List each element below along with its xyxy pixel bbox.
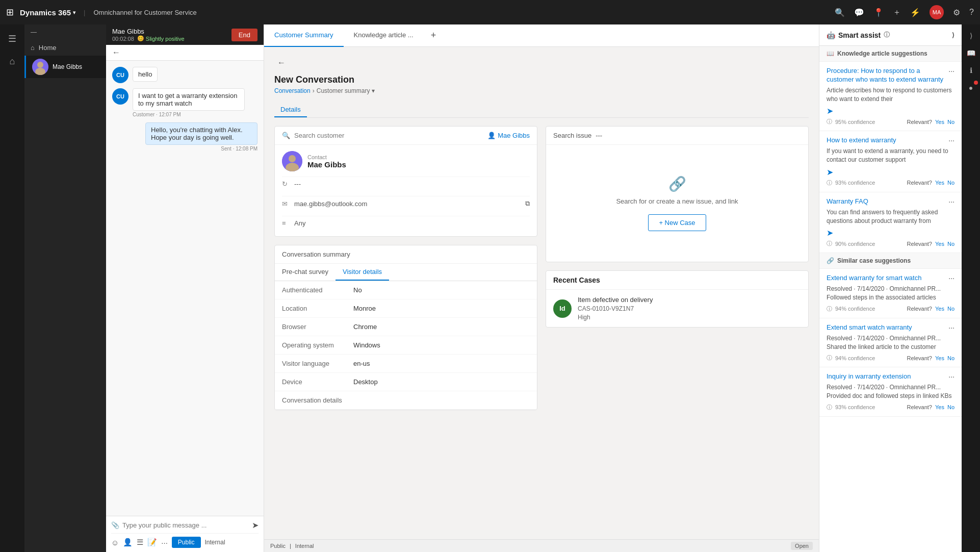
conversation-area: Mae Gibbs 00:02:08 😊 Slightly positive E… (106, 24, 264, 552)
content-back-button[interactable]: ← (274, 55, 289, 70)
smart-item-title-5[interactable]: Extend smart watch warranty (827, 323, 948, 332)
smart-item-menu-6[interactable]: ··· (948, 372, 955, 381)
app-grid-icon[interactable]: ⊞ (6, 7, 14, 18)
kb-section-label: Knowledge article suggestions (837, 50, 927, 57)
message-content-1: hello (133, 67, 158, 82)
smart-item-header-5: Extend smart watch warranty ··· (827, 323, 955, 332)
more-button[interactable]: ··· (161, 538, 168, 547)
list-button[interactable]: ☰ (137, 538, 143, 547)
smart-item-menu-1[interactable]: ··· (948, 67, 955, 75)
recent-cases-title: Recent Cases (546, 271, 808, 289)
visitor-details-tab[interactable]: Visitor details (336, 264, 389, 281)
notes-button[interactable]: 📝 (147, 538, 157, 547)
smart-item-title-2[interactable]: How to extend warranty (827, 136, 948, 145)
end-conversation-button[interactable]: End (231, 29, 257, 41)
pre-chat-tab[interactable]: Pre-chat survey (275, 264, 336, 281)
no-btn-2[interactable]: No (947, 180, 955, 186)
strip-icon-2[interactable]: ℹ (964, 63, 978, 78)
case-name-1: Item defective on delivery (578, 296, 653, 304)
strip-expand-icon[interactable]: ⟩ (964, 29, 978, 43)
chat-icon[interactable]: 💬 (854, 8, 864, 17)
no-btn-5[interactable]: No (947, 355, 955, 361)
no-btn-6[interactable]: No (947, 404, 955, 410)
home-icon: ⌂ (31, 44, 35, 52)
attachment-icon[interactable]: 📎 (111, 521, 119, 529)
smart-item-header-2: How to extend warranty ··· (827, 136, 955, 145)
conv-summary-title: Conversation summary (282, 250, 350, 258)
yes-btn-4[interactable]: Yes (935, 306, 944, 312)
chat-input[interactable] (122, 521, 249, 529)
smart-item-title-6[interactable]: Inquiry in warranty extension (827, 372, 948, 381)
minimize-icon[interactable]: — (31, 29, 37, 36)
new-case-button[interactable]: + New Case (648, 214, 706, 231)
expand-icon[interactable]: ⟩ (952, 31, 955, 39)
filter-icon[interactable]: ⚡ (910, 8, 920, 17)
info-icon[interactable]: ⓘ (884, 31, 890, 39)
knowledge-section-header: 📖 Knowledge article suggestions (819, 46, 962, 62)
yes-btn-1[interactable]: Yes (935, 119, 944, 125)
sidebar-menu-icon[interactable]: ☰ (2, 29, 22, 49)
smart-item-menu-3[interactable]: ··· (948, 197, 955, 206)
search-icon[interactable]: 🔍 (835, 8, 845, 17)
smart-item-title-1[interactable]: Procedure: How to respond to a customer … (827, 67, 948, 84)
kb-button[interactable]: 👤 (123, 538, 133, 547)
refresh-icon: ↻ (282, 180, 290, 188)
no-btn-3[interactable]: No (947, 241, 955, 247)
smart-item-footer-6: ⓘ 93% confidence Relevant? Yes No (827, 404, 955, 411)
breadcrumb-link[interactable]: Conversation (274, 87, 311, 94)
contact-detail-row-3: ≡ Any (282, 216, 530, 230)
search-customer-input[interactable] (294, 132, 483, 139)
no-btn-1[interactable]: No (947, 119, 955, 125)
message-row-1: CU hello (112, 67, 257, 83)
home-nav-item[interactable]: ⌂ Home (24, 40, 106, 56)
message-content-2: I want to get a warranty extension to my… (133, 88, 245, 117)
settings-icon[interactable]: ⚙ (953, 8, 960, 17)
chat-session-item[interactable]: Mae Gibbs (24, 56, 106, 78)
internal-button[interactable]: Internal (205, 539, 225, 546)
send-article-1[interactable]: ➤ (827, 106, 833, 116)
yes-btn-5[interactable]: Yes (935, 355, 944, 361)
smart-item-title-4[interactable]: Extend warranty for smart watch (827, 274, 948, 283)
yes-btn-6[interactable]: Yes (935, 404, 944, 410)
send-button[interactable]: ➤ (252, 520, 259, 530)
contact-detail-1: --- (294, 180, 530, 188)
location-icon[interactable]: 📍 (873, 8, 884, 17)
strip-icon-notification[interactable]: ● (964, 81, 978, 95)
back-button[interactable]: ← (112, 48, 120, 57)
smart-item-title-3[interactable]: Warranty FAQ (827, 197, 948, 206)
conv-contact-name: Mae Gibbs (112, 28, 185, 35)
send-article-2[interactable]: ➤ (827, 167, 833, 177)
tab-customer-summary[interactable]: Customer Summary (264, 24, 344, 47)
send-article-3[interactable]: ➤ (827, 228, 833, 238)
customer-link[interactable]: 👤 Mae Gibbs (487, 132, 530, 139)
message-bubble-3: Hello, you're chatting with Alex. Hope y… (145, 122, 257, 145)
case-item-1[interactable]: Id Item defective on delivery CAS-01010-… (546, 289, 808, 327)
sidebar-home-icon[interactable]: ⌂ (2, 51, 22, 71)
copy-icon[interactable]: ⧉ (525, 199, 530, 208)
user-avatar[interactable]: MA (930, 5, 944, 19)
yes-btn-2[interactable]: Yes (935, 180, 944, 186)
sentiment-text: Slightly positive (146, 36, 185, 42)
app-name[interactable]: Dynamics 365 ▾ (20, 8, 75, 17)
help-icon[interactable]: ? (969, 8, 974, 17)
smart-item-menu-5[interactable]: ··· (948, 323, 955, 332)
tab-add-button[interactable]: + (424, 24, 444, 47)
public-button[interactable]: Public (172, 537, 201, 548)
email-icon: ✉ (282, 200, 290, 208)
no-btn-4[interactable]: No (947, 306, 955, 312)
yes-no-4: Yes No (935, 306, 955, 312)
smart-item-menu-4[interactable]: ··· (948, 274, 955, 282)
yes-btn-3[interactable]: Yes (935, 241, 944, 247)
svg-point-1 (37, 62, 43, 68)
section-tab-details[interactable]: Details (274, 103, 307, 117)
confidence-icon-2: ⓘ (827, 179, 832, 187)
plus-icon[interactable]: ＋ (893, 7, 901, 18)
page-title: New Conversation (274, 74, 809, 85)
smart-item-menu-2[interactable]: ··· (948, 136, 955, 144)
content-area: ← New Conversation Conversation › Custom… (264, 47, 819, 539)
emoji-button[interactable]: ☺ (111, 538, 119, 547)
relevant-label-1: Relevant? (907, 119, 932, 125)
tab-knowledge-article[interactable]: Knowledge article ... (344, 24, 424, 47)
strip-icon-1[interactable]: 📖 (964, 46, 978, 60)
contact-card: Contact Mae Gibbs ↻ --- ✉ mae.gibbs@outl… (275, 145, 537, 236)
